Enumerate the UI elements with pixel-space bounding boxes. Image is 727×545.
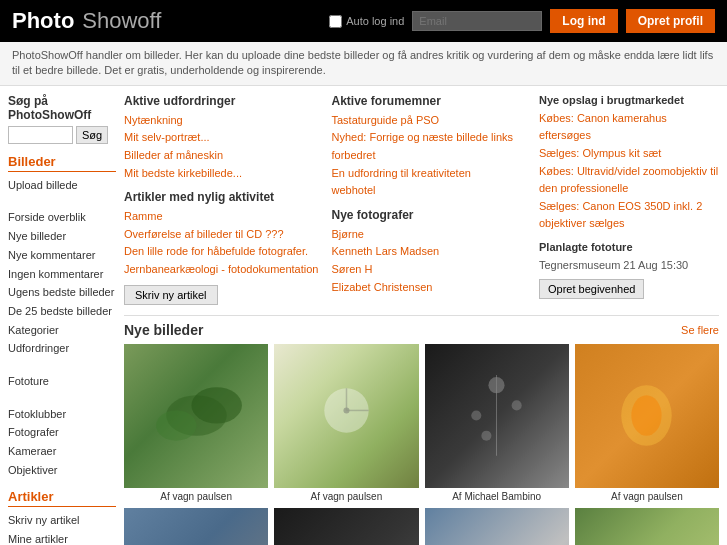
- photo-item-6[interactable]: Af Mia Michelle Børglum: [274, 508, 418, 545]
- sidebar-skriv-artikel[interactable]: Skriv ny artikel: [8, 511, 116, 530]
- top-columns: Aktive udfordringer Nytænkning Mit selv-…: [124, 94, 719, 305]
- photo-thumb-6: [274, 508, 418, 545]
- forum-2[interactable]: Nyhed: Forrige og næste billede links fo…: [332, 129, 530, 164]
- brugt-4[interactable]: Sælges: Canon EOS 350D inkl. 2 objektive…: [539, 198, 719, 233]
- intro-bar: PhotoShowOff handler om billeder. Her ka…: [0, 42, 727, 86]
- sidebar-kategorier-b[interactable]: Kategorier: [8, 321, 116, 340]
- photo-caption-1: Af vagn paulsen: [124, 491, 268, 502]
- sidebar-fototure[interactable]: Fototure: [8, 372, 116, 391]
- svg-point-1: [156, 411, 196, 441]
- active-challenges-title: Aktive udfordringer: [124, 94, 322, 108]
- active-challenges-col: Aktive udfordringer Nytænkning Mit selv-…: [124, 94, 322, 305]
- search-title: Søg på PhotoShowOff: [8, 94, 116, 122]
- forum-title: Aktive forumemner: [332, 94, 530, 108]
- photo-thumb-3: [425, 344, 569, 488]
- sidebar: Søg på PhotoShowOff Søg Billeder Upload …: [8, 94, 116, 545]
- article-3[interactable]: Den lille rode for håbefulde fotografer.: [124, 243, 322, 261]
- sidebar-nye-kommentarer[interactable]: Nye kommentarer: [8, 246, 116, 265]
- photographer-3[interactable]: Søren H: [332, 261, 530, 279]
- photo-grid: Af vagn paulsen Af vagn paulsen: [124, 344, 719, 545]
- email-input[interactable]: [412, 11, 542, 31]
- auto-login-checkbox[interactable]: [329, 15, 342, 28]
- photo-item-5[interactable]: Af Michael Bambino: [124, 508, 268, 545]
- photo-thumb-1: [124, 344, 268, 488]
- sidebar-udfordringer[interactable]: Udfordringer: [8, 339, 116, 358]
- photo-item-8[interactable]: Af Johnny Jensen: [575, 508, 719, 545]
- forum-4[interactable]: webhotel: [332, 182, 530, 200]
- sidebar-artikler-title: Artikler: [8, 489, 116, 507]
- articles-title: Artikler med nylig aktivitet: [124, 190, 322, 204]
- photographer-1[interactable]: Bjørne: [332, 226, 530, 244]
- forum-3[interactable]: En udfordring til kreativiteten: [332, 165, 530, 183]
- search-section: Søg på PhotoShowOff Søg: [8, 94, 116, 144]
- photo-item-2[interactable]: Af vagn paulsen: [274, 344, 418, 502]
- challenge-2[interactable]: Mit selv-portræt...: [124, 129, 322, 147]
- challenge-1[interactable]: Nytænkning: [124, 112, 322, 130]
- intro-text: PhotoShowOff handler om billeder. Her ka…: [12, 49, 713, 76]
- svg-point-2: [191, 387, 241, 423]
- sidebar-fotografer[interactable]: Fotografer: [8, 423, 116, 442]
- photographer-4[interactable]: Elizabet Christensen: [332, 279, 530, 297]
- article-4[interactable]: Jernbanearkæologi - fotodokumentation: [124, 261, 322, 279]
- write-article-button[interactable]: Skriv ny artikel: [124, 285, 218, 305]
- planlagte-title: Planlagte fototure: [539, 241, 719, 253]
- sidebar-mine-artikler[interactable]: Mine artikler: [8, 530, 116, 545]
- search-input[interactable]: [8, 126, 73, 144]
- photo-caption-4: Af vagn paulsen: [575, 491, 719, 502]
- photo-caption-3: Af Michael Bambino: [425, 491, 569, 502]
- sidebar-billeder-section: Billeder Upload billede Forside overblik…: [8, 154, 116, 480]
- article-2[interactable]: Overførelse af billeder til CD ???: [124, 226, 322, 244]
- new-photographers-title: Nye fotografer: [332, 208, 530, 222]
- auto-login-label: Auto log ind: [346, 15, 404, 27]
- logo-showoff: Showoff: [82, 8, 161, 34]
- sidebar-artikler-section: Artikler Skriv ny artikel Mine artikler …: [8, 489, 116, 545]
- sidebar-ugens-bedste[interactable]: Ugens bedste billeder: [8, 283, 116, 302]
- brugt-3[interactable]: Købes: Ultravid/videl zoomobjektiv til d…: [539, 163, 719, 198]
- sidebar-upload[interactable]: Upload billede: [8, 176, 116, 195]
- svg-point-10: [512, 401, 522, 411]
- photo-thumb-8: [575, 508, 719, 545]
- right-col: Nye opslag i brugtmarkedet Købes: Canon …: [539, 94, 719, 305]
- photographer-2[interactable]: Kenneth Lars Madsen: [332, 243, 530, 261]
- login-button[interactable]: Log ind: [550, 9, 617, 33]
- challenge-3[interactable]: Billeder af måneskin: [124, 147, 322, 165]
- sidebar-de25-bedste[interactable]: De 25 bedste billeder: [8, 302, 116, 321]
- sidebar-objektiver[interactable]: Objektiver: [8, 461, 116, 480]
- forum-1[interactable]: Tastaturguide på PSO: [332, 112, 530, 130]
- challenge-4[interactable]: Mit bedste kirkebillede...: [124, 165, 322, 183]
- forum-photographers-col: Aktive forumemner Tastaturguide på PSO N…: [332, 94, 530, 305]
- auto-login-area: Auto log ind: [329, 15, 404, 28]
- register-button[interactable]: Opret profil: [626, 9, 715, 33]
- planlagte-event: Tegnersmuseum 21 Aug 15:30: [539, 257, 719, 275]
- sidebar-fotoklubber[interactable]: Fotoklubber: [8, 405, 116, 424]
- se-flere-link[interactable]: Se flere: [681, 324, 719, 336]
- sidebar-forside[interactable]: Forside overblik: [8, 208, 116, 227]
- photo-item-4[interactable]: Af vagn paulsen: [575, 344, 719, 502]
- nye-billeder-header: Nye billeder Se flere: [124, 315, 719, 338]
- search-button[interactable]: Søg: [76, 126, 108, 144]
- svg-point-9: [471, 411, 481, 421]
- sidebar-ingen-kommentarer[interactable]: Ingen kommentarer: [8, 265, 116, 284]
- photo-thumb-5: [124, 508, 268, 545]
- logo-photo: Photo: [12, 8, 74, 34]
- brugt-2[interactable]: Sælges: Olympus kit sæt: [539, 145, 719, 163]
- nye-billeder-title: Nye billeder: [124, 322, 203, 338]
- photo-caption-2: Af vagn paulsen: [274, 491, 418, 502]
- photo-thumb-4: [575, 344, 719, 488]
- photo-item-3[interactable]: Af Michael Bambino: [425, 344, 569, 502]
- sidebar-kameraer[interactable]: Kameraer: [8, 442, 116, 461]
- search-row: Søg: [8, 126, 116, 144]
- photo-item-7[interactable]: Af Peter Frisk Hansen /: [425, 508, 569, 545]
- opret-begivenhed-button[interactable]: Opret begivenhed: [539, 279, 644, 299]
- main-layout: Søg på PhotoShowOff Søg Billeder Upload …: [0, 86, 727, 545]
- photo-thumb-2: [274, 344, 418, 488]
- sidebar-nye-billeder[interactable]: Nye billeder: [8, 227, 116, 246]
- content-area: Aktive udfordringer Nytænkning Mit selv-…: [124, 94, 719, 545]
- article-1[interactable]: Ramme: [124, 208, 322, 226]
- photo-item-1[interactable]: Af vagn paulsen: [124, 344, 268, 502]
- planlagte-section: Planlagte fototure Tegnersmuseum 21 Aug …: [539, 241, 719, 299]
- header: Photo Showoff Auto log ind Log ind Opret…: [0, 0, 727, 42]
- sidebar-billeder-title: Billeder: [8, 154, 116, 172]
- svg-point-13: [632, 395, 662, 435]
- brugt-1[interactable]: Købes: Canon kamerahus eftersøges: [539, 110, 719, 145]
